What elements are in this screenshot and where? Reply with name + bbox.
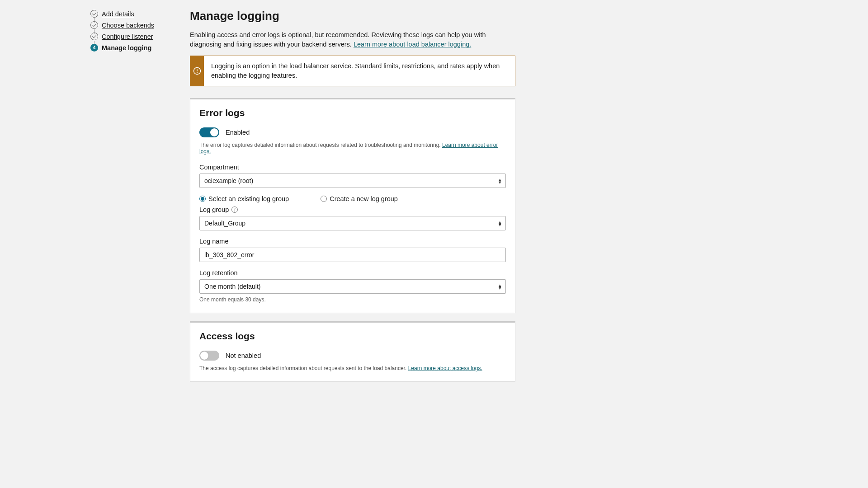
log-name-field: Log name lb_303_802_error — [199, 238, 506, 262]
svg-point-2 — [197, 72, 198, 73]
select-value: Default_Group — [204, 220, 245, 227]
alert-icon — [190, 56, 204, 86]
card-title: Access logs — [199, 331, 506, 342]
step-label[interactable]: Configure listener — [102, 33, 153, 40]
step-number-icon: 4 — [90, 44, 98, 52]
warning-banner: Logging is an option in the load balance… — [190, 56, 515, 86]
main-content: Manage logging Enabling access and error… — [190, 9, 515, 390]
step-choose-backends[interactable]: Choose backends — [90, 21, 167, 29]
field-label: Log group i — [199, 206, 506, 213]
wizard-steps: Add details Choose backends Configure li… — [90, 9, 167, 390]
access-logs-description: The access log captures detailed informa… — [199, 365, 506, 371]
intro-text: Enabling access and error logs is option… — [190, 30, 515, 49]
error-logs-card: Error logs Enabled The error log capture… — [190, 98, 515, 313]
check-icon — [90, 10, 98, 18]
error-logs-toggle[interactable] — [199, 127, 219, 137]
radio-icon — [199, 196, 206, 202]
page-title: Manage logging — [190, 9, 515, 23]
learn-more-access-logs-link[interactable]: Learn more about access logs. — [408, 365, 482, 371]
field-help: One month equals 30 days. — [199, 296, 506, 303]
log-group-select[interactable]: Default_Group ▴▾ — [199, 216, 506, 230]
radio-existing-log-group[interactable]: Select an existing log group — [199, 195, 289, 202]
log-group-radio-group: Select an existing log group Create a ne… — [199, 195, 506, 202]
step-add-details[interactable]: Add details — [90, 10, 167, 18]
info-icon[interactable]: i — [231, 206, 238, 213]
step-label: Manage logging — [102, 44, 151, 52]
compartment-select[interactable]: ociexample (root) ▴▾ — [199, 174, 506, 188]
log-retention-field: Log retention One month (default) ▴▾ One… — [199, 269, 506, 303]
check-icon — [90, 21, 98, 29]
field-label: Compartment — [199, 164, 506, 171]
log-group-field: Log group i Default_Group ▴▾ — [199, 206, 506, 230]
banner-text: Logging is an option in the load balance… — [204, 56, 515, 86]
learn-more-lb-logging-link[interactable]: Learn more about load balancer logging. — [354, 41, 471, 48]
step-label[interactable]: Add details — [102, 10, 134, 18]
toggle-state-label: Enabled — [226, 129, 250, 136]
step-manage-logging[interactable]: 4 Manage logging — [90, 44, 167, 52]
chevron-updown-icon: ▴▾ — [499, 284, 501, 289]
log-retention-select[interactable]: One month (default) ▴▾ — [199, 279, 506, 294]
card-title: Error logs — [199, 108, 506, 118]
step-configure-listener[interactable]: Configure listener — [90, 33, 167, 40]
check-icon — [90, 33, 98, 40]
compartment-field: Compartment ociexample (root) ▴▾ — [199, 164, 506, 188]
radio-label: Create a new log group — [330, 195, 398, 202]
chevron-updown-icon: ▴▾ — [499, 178, 501, 183]
toggle-state-label: Not enabled — [226, 352, 261, 359]
field-label: Log retention — [199, 269, 506, 277]
select-value: One month (default) — [204, 283, 261, 290]
access-logs-card: Access logs Not enabled The access log c… — [190, 321, 515, 382]
input-value: lb_303_802_error — [204, 251, 255, 258]
chevron-updown-icon: ▴▾ — [499, 221, 501, 226]
error-logs-description: The error log captures detailed informat… — [199, 142, 506, 155]
step-label[interactable]: Choose backends — [102, 22, 154, 29]
radio-icon — [321, 196, 327, 202]
access-logs-toggle[interactable] — [199, 351, 219, 361]
radio-create-log-group[interactable]: Create a new log group — [321, 195, 398, 202]
select-value: ociexample (root) — [204, 177, 253, 184]
field-label: Log name — [199, 238, 506, 245]
log-name-input[interactable]: lb_303_802_error — [199, 248, 506, 262]
radio-label: Select an existing log group — [208, 195, 289, 202]
